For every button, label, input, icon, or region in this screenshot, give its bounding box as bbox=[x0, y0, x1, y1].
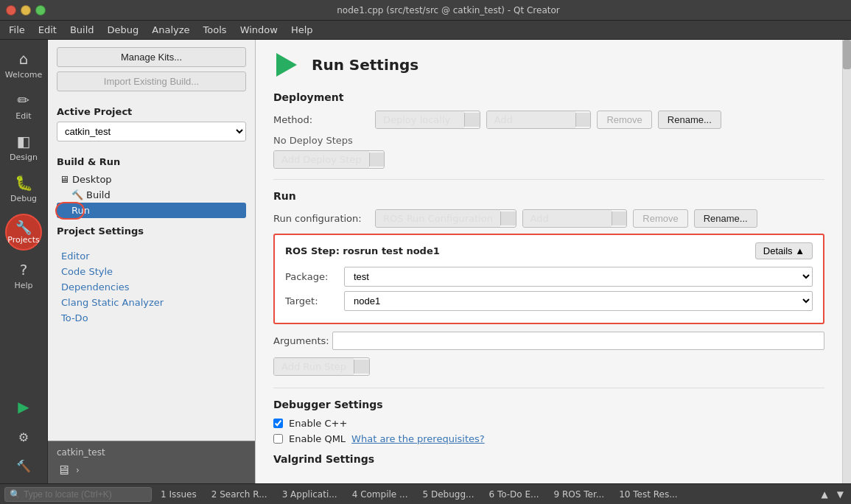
bottom-bar: 🔍 1 Issues 2 Search R... 3 Applicati... … bbox=[0, 483, 851, 504]
tab-debug[interactable]: 5 Debugg... bbox=[416, 488, 480, 501]
ros-fields: Package: test Target: node1 bbox=[285, 267, 813, 311]
add-deploy-step-label[interactable]: Add Deploy Step bbox=[274, 151, 369, 168]
arguments-input[interactable] bbox=[332, 332, 824, 350]
build-run-tree: 🖥 Desktop 🔨 Build Run bbox=[48, 172, 255, 218]
import-build-button: Import Existing Build... bbox=[57, 71, 246, 91]
sidebar-item-welcome[interactable]: ⌂ Welcome bbox=[2, 46, 45, 84]
tab-test-results[interactable]: 10 Test Res... bbox=[613, 488, 683, 501]
monitor-icon: 🖥 bbox=[60, 174, 69, 185]
menu-help[interactable]: Help bbox=[285, 23, 319, 37]
rename-deploy-button[interactable]: Rename... bbox=[658, 111, 721, 129]
method-value[interactable]: Deploy locally bbox=[376, 111, 464, 128]
run-config-value[interactable]: ROS Run Configuration bbox=[376, 210, 500, 227]
sidebar-item-debug[interactable]: 🐛 Debug bbox=[2, 169, 45, 208]
run-add-arrow[interactable]: ▼ bbox=[612, 211, 627, 225]
remove-deploy-button[interactable]: Remove bbox=[597, 111, 651, 129]
prerequisites-link[interactable]: What are the prerequisites? bbox=[351, 433, 485, 444]
settings-editor[interactable]: Editor bbox=[57, 248, 246, 264]
target-label: Target: bbox=[285, 295, 337, 307]
settings-clang[interactable]: Clang Static Analyzer bbox=[57, 295, 246, 310]
enable-cpp-checkbox[interactable] bbox=[273, 419, 283, 428]
run-config-arrow[interactable]: ▼ bbox=[500, 211, 516, 225]
menu-file[interactable]: File bbox=[3, 23, 31, 37]
tab-compile[interactable]: 4 Compile ... bbox=[346, 488, 414, 501]
run-config-label: Run configuration: bbox=[273, 213, 369, 224]
add-deploy-step-dropdown[interactable]: Add Deploy Step ▼ bbox=[273, 150, 385, 169]
build-button[interactable]: 🔨 bbox=[2, 455, 45, 477]
run-add-btn[interactable]: Add bbox=[523, 210, 612, 227]
enable-qml-checkbox[interactable] bbox=[273, 434, 283, 444]
run-add-dropdown[interactable]: Add ▼ bbox=[522, 209, 628, 228]
close-button[interactable] bbox=[6, 5, 16, 15]
sidebar-item-projects[interactable]: 🔧 Projects bbox=[5, 214, 42, 251]
add-btn[interactable]: Add bbox=[487, 111, 575, 128]
settings-todo[interactable]: To-Do bbox=[57, 310, 246, 326]
tab-application[interactable]: 3 Applicati... bbox=[276, 488, 343, 501]
add-dropdown[interactable]: Add ▼ bbox=[486, 111, 592, 129]
tab-todo[interactable]: 6 To-Do E... bbox=[483, 488, 544, 501]
add-run-arrow-icon[interactable]: ▼ bbox=[354, 360, 369, 374]
sidebar-item-debug-label: Debug bbox=[10, 194, 37, 203]
tree-desktop[interactable]: 🖥 Desktop bbox=[57, 172, 246, 187]
menu-debug[interactable]: Debug bbox=[102, 23, 145, 37]
sidebar-item-design[interactable]: ◧ Design bbox=[2, 128, 45, 167]
run-config-dropdown[interactable]: ROS Run Configuration ▼ bbox=[375, 209, 516, 228]
run-icon: ▶ bbox=[18, 398, 29, 416]
catkin-controls: 🖥 › bbox=[57, 462, 246, 477]
play-button[interactable] bbox=[273, 52, 300, 78]
remove-run-button[interactable]: Remove bbox=[633, 209, 687, 228]
tab-ros-terminal[interactable]: 9 ROS Ter... bbox=[548, 488, 611, 501]
scrollbar[interactable] bbox=[842, 40, 851, 483]
run-button[interactable]: ▶ bbox=[2, 393, 45, 420]
method-dropdown[interactable]: Deploy locally ▼ bbox=[375, 111, 480, 129]
sidebar-item-edit[interactable]: ✏ Edit bbox=[2, 87, 45, 125]
run-build-icon: ⚙ bbox=[18, 430, 29, 444]
method-label: Method: bbox=[273, 114, 369, 125]
enable-qml-row: Enable QML What are the prerequisites? bbox=[273, 433, 824, 444]
sidebar-item-help-label: Help bbox=[14, 281, 32, 290]
arguments-row: Arguments: bbox=[273, 332, 824, 350]
ros-step-box: ROS Step: rosrun test node1 Details ▲ Pa… bbox=[273, 234, 824, 324]
menu-bar: File Edit Build Debug Analyze Tools Wind… bbox=[0, 21, 851, 40]
package-select[interactable]: test bbox=[344, 267, 813, 287]
add-deploy-arrow-icon[interactable]: ▼ bbox=[369, 153, 385, 167]
tab-issues[interactable]: 1 Issues bbox=[155, 488, 203, 501]
method-dropdown-arrow[interactable]: ▼ bbox=[464, 113, 480, 127]
minimize-button[interactable] bbox=[21, 5, 31, 15]
manage-kits-button[interactable]: Manage Kits... bbox=[57, 47, 246, 67]
settings-dependencies[interactable]: Dependencies bbox=[57, 279, 246, 295]
menu-analyze[interactable]: Analyze bbox=[146, 23, 195, 37]
details-button[interactable]: Details ▲ bbox=[755, 242, 813, 259]
rename-run-button[interactable]: Rename... bbox=[694, 209, 757, 228]
sidebar-item-help[interactable]: ? Help bbox=[2, 256, 45, 295]
play-triangle-icon bbox=[276, 53, 297, 77]
search-input[interactable] bbox=[24, 489, 127, 500]
maximize-button[interactable] bbox=[35, 5, 46, 15]
debug-icon: 🐛 bbox=[15, 174, 33, 192]
target-select[interactable]: node1 bbox=[344, 291, 813, 311]
sidebar-item-welcome-label: Welcome bbox=[5, 70, 42, 80]
deployment-section: Deployment Method: Deploy locally ▼ Add … bbox=[273, 91, 824, 169]
active-project-label: Active Project bbox=[57, 106, 246, 117]
menu-window[interactable]: Window bbox=[234, 23, 284, 37]
menu-edit[interactable]: Edit bbox=[32, 23, 63, 37]
no-deploy-steps: No Deploy Steps bbox=[273, 135, 824, 146]
scrollbar-thumb[interactable] bbox=[843, 40, 851, 69]
menu-build[interactable]: Build bbox=[64, 23, 100, 37]
menu-tools[interactable]: Tools bbox=[197, 23, 233, 37]
settings-code-style[interactable]: Code Style bbox=[57, 264, 246, 279]
bottom-arrow-down[interactable]: ▼ bbox=[834, 488, 847, 501]
add-run-step-label[interactable]: Add Run Step bbox=[274, 358, 354, 375]
run-build-button[interactable]: ⚙ bbox=[2, 426, 45, 449]
bottom-arrow-up[interactable]: ▲ bbox=[819, 488, 831, 501]
tree-build[interactable]: 🔨 Build bbox=[57, 187, 246, 203]
build-icon: 🔨 bbox=[16, 459, 31, 473]
active-project-select[interactable]: catkin_test bbox=[57, 122, 246, 141]
catkin-label: catkin_test bbox=[57, 447, 246, 458]
tab-search[interactable]: 2 Search R... bbox=[206, 488, 273, 501]
add-dropdown-arrow[interactable]: ▼ bbox=[575, 113, 591, 127]
search-box[interactable]: 🔍 bbox=[4, 487, 152, 502]
edit-icon: ✏ bbox=[18, 91, 30, 109]
tree-run[interactable]: Run bbox=[57, 203, 246, 218]
add-run-step-dropdown[interactable]: Add Run Step ▼ bbox=[273, 357, 370, 376]
